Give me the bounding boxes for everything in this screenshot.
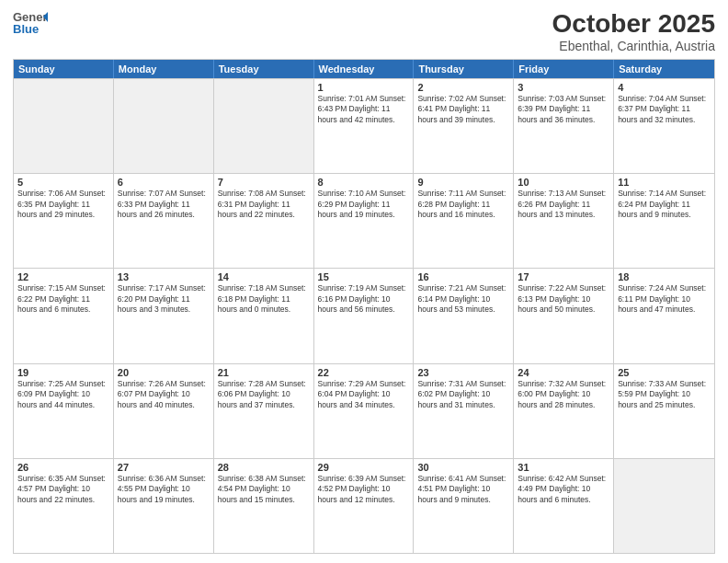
- week-row-2: 12Sunrise: 7:15 AM Sunset: 6:22 PM Dayli…: [14, 268, 714, 362]
- day-number-24: 24: [518, 367, 609, 378]
- day-info-15: Sunrise: 7:19 AM Sunset: 6:16 PM Dayligh…: [318, 283, 410, 315]
- day-info-30: Sunrise: 6:41 AM Sunset: 4:51 PM Dayligh…: [417, 474, 509, 505]
- empty-cell-w0-d2: [214, 79, 314, 173]
- day-number-9: 9: [417, 177, 509, 188]
- day-number-3: 3: [518, 82, 609, 93]
- day-cell-12: 12Sunrise: 7:15 AM Sunset: 6:22 PM Dayli…: [14, 269, 114, 362]
- day-cell-15: 15Sunrise: 7:19 AM Sunset: 6:16 PM Dayli…: [314, 269, 415, 362]
- day-number-22: 22: [318, 367, 410, 378]
- day-number-14: 14: [218, 271, 310, 282]
- calendar: Sunday Monday Tuesday Wednesday Thursday…: [13, 59, 715, 554]
- day-info-23: Sunrise: 7:31 AM Sunset: 6:02 PM Dayligh…: [417, 379, 509, 410]
- day-number-23: 23: [417, 367, 509, 378]
- day-cell-22: 22Sunrise: 7:29 AM Sunset: 6:04 PM Dayli…: [314, 364, 415, 458]
- day-info-25: Sunrise: 7:33 AM Sunset: 5:59 PM Dayligh…: [618, 379, 711, 410]
- day-info-10: Sunrise: 7:13 AM Sunset: 6:26 PM Dayligh…: [518, 189, 609, 220]
- day-number-15: 15: [318, 271, 410, 282]
- header-thursday: Thursday: [414, 60, 514, 78]
- day-number-12: 12: [17, 271, 109, 282]
- day-cell-18: 18Sunrise: 7:24 AM Sunset: 6:11 PM Dayli…: [614, 269, 714, 362]
- week-row-3: 19Sunrise: 7:25 AM Sunset: 6:09 PM Dayli…: [14, 363, 714, 458]
- day-number-17: 17: [518, 271, 609, 282]
- logo: General Blue: [13, 9, 48, 37]
- day-info-9: Sunrise: 7:11 AM Sunset: 6:28 PM Dayligh…: [417, 189, 509, 220]
- day-cell-27: 27Sunrise: 6:36 AM Sunset: 4:55 PM Dayli…: [114, 459, 214, 553]
- day-number-28: 28: [218, 462, 310, 473]
- title-block: October 2025 Ebenthal, Carinthia, Austri…: [552, 9, 715, 53]
- day-cell-23: 23Sunrise: 7:31 AM Sunset: 6:02 PM Dayli…: [414, 364, 514, 458]
- day-info-22: Sunrise: 7:29 AM Sunset: 6:04 PM Dayligh…: [318, 379, 410, 410]
- day-number-29: 29: [318, 462, 410, 473]
- day-number-31: 31: [518, 462, 609, 473]
- day-number-2: 2: [417, 82, 509, 93]
- day-cell-21: 21Sunrise: 7:28 AM Sunset: 6:06 PM Dayli…: [214, 364, 314, 458]
- day-cell-5: 5Sunrise: 7:06 AM Sunset: 6:35 PM Daylig…: [14, 174, 114, 268]
- day-cell-2: 2Sunrise: 7:02 AM Sunset: 6:41 PM Daylig…: [414, 79, 514, 173]
- day-cell-31: 31Sunrise: 6:42 AM Sunset: 4:49 PM Dayli…: [514, 459, 614, 553]
- day-cell-14: 14Sunrise: 7:18 AM Sunset: 6:18 PM Dayli…: [214, 269, 314, 362]
- header: General Blue October 2025 Ebenthal, Cari…: [13, 9, 715, 53]
- day-number-25: 25: [618, 367, 711, 378]
- day-cell-4: 4Sunrise: 7:04 AM Sunset: 6:37 PM Daylig…: [614, 79, 714, 173]
- day-info-2: Sunrise: 7:02 AM Sunset: 6:41 PM Dayligh…: [417, 94, 509, 125]
- day-number-21: 21: [218, 367, 310, 378]
- day-cell-29: 29Sunrise: 6:39 AM Sunset: 4:52 PM Dayli…: [314, 459, 415, 553]
- svg-text:Blue: Blue: [13, 22, 39, 36]
- page: General Blue October 2025 Ebenthal, Cari…: [0, 0, 728, 563]
- calendar-header: Sunday Monday Tuesday Wednesday Thursday…: [14, 60, 714, 78]
- day-info-24: Sunrise: 7:32 AM Sunset: 6:00 PM Dayligh…: [518, 379, 609, 410]
- day-number-16: 16: [417, 271, 509, 282]
- empty-cell-w4-d6: [614, 459, 714, 553]
- day-cell-30: 30Sunrise: 6:41 AM Sunset: 4:51 PM Dayli…: [414, 459, 514, 553]
- day-cell-6: 6Sunrise: 7:07 AM Sunset: 6:33 PM Daylig…: [114, 174, 214, 268]
- day-cell-9: 9Sunrise: 7:11 AM Sunset: 6:28 PM Daylig…: [414, 174, 514, 268]
- day-cell-13: 13Sunrise: 7:17 AM Sunset: 6:20 PM Dayli…: [114, 269, 214, 362]
- day-cell-28: 28Sunrise: 6:38 AM Sunset: 4:54 PM Dayli…: [214, 459, 314, 553]
- day-cell-7: 7Sunrise: 7:08 AM Sunset: 6:31 PM Daylig…: [214, 174, 314, 268]
- day-info-16: Sunrise: 7:21 AM Sunset: 6:14 PM Dayligh…: [417, 283, 509, 315]
- day-number-7: 7: [218, 177, 310, 188]
- day-info-8: Sunrise: 7:10 AM Sunset: 6:29 PM Dayligh…: [318, 189, 410, 220]
- day-info-27: Sunrise: 6:36 AM Sunset: 4:55 PM Dayligh…: [118, 474, 210, 505]
- day-info-19: Sunrise: 7:25 AM Sunset: 6:09 PM Dayligh…: [17, 379, 109, 410]
- day-number-20: 20: [118, 367, 210, 378]
- day-info-28: Sunrise: 6:38 AM Sunset: 4:54 PM Dayligh…: [218, 474, 310, 505]
- calendar-body: 1Sunrise: 7:01 AM Sunset: 6:43 PM Daylig…: [14, 78, 714, 553]
- day-cell-16: 16Sunrise: 7:21 AM Sunset: 6:14 PM Dayli…: [414, 269, 514, 362]
- header-tuesday: Tuesday: [214, 60, 314, 78]
- day-number-13: 13: [118, 271, 210, 282]
- day-number-19: 19: [17, 367, 109, 378]
- day-info-20: Sunrise: 7:26 AM Sunset: 6:07 PM Dayligh…: [118, 379, 210, 410]
- day-info-14: Sunrise: 7:18 AM Sunset: 6:18 PM Dayligh…: [218, 283, 310, 315]
- day-number-27: 27: [118, 462, 210, 473]
- day-number-26: 26: [17, 462, 109, 473]
- day-info-5: Sunrise: 7:06 AM Sunset: 6:35 PM Dayligh…: [17, 189, 109, 220]
- day-cell-10: 10Sunrise: 7:13 AM Sunset: 6:26 PM Dayli…: [514, 174, 614, 268]
- day-info-31: Sunrise: 6:42 AM Sunset: 4:49 PM Dayligh…: [518, 474, 609, 505]
- day-number-4: 4: [618, 82, 711, 93]
- month-title: October 2025: [552, 9, 715, 39]
- header-friday: Friday: [514, 60, 614, 78]
- day-cell-11: 11Sunrise: 7:14 AM Sunset: 6:24 PM Dayli…: [614, 174, 714, 268]
- day-cell-20: 20Sunrise: 7:26 AM Sunset: 6:07 PM Dayli…: [114, 364, 214, 458]
- empty-cell-w0-d1: [114, 79, 214, 173]
- day-info-13: Sunrise: 7:17 AM Sunset: 6:20 PM Dayligh…: [118, 283, 210, 315]
- day-info-6: Sunrise: 7:07 AM Sunset: 6:33 PM Dayligh…: [118, 189, 210, 220]
- day-number-10: 10: [518, 177, 609, 188]
- day-number-18: 18: [618, 271, 711, 282]
- day-cell-25: 25Sunrise: 7:33 AM Sunset: 5:59 PM Dayli…: [614, 364, 714, 458]
- day-number-11: 11: [618, 177, 711, 188]
- day-info-18: Sunrise: 7:24 AM Sunset: 6:11 PM Dayligh…: [618, 283, 711, 315]
- logo-icon: General Blue: [13, 9, 48, 37]
- day-cell-17: 17Sunrise: 7:22 AM Sunset: 6:13 PM Dayli…: [514, 269, 614, 362]
- day-info-11: Sunrise: 7:14 AM Sunset: 6:24 PM Dayligh…: [618, 189, 711, 220]
- week-row-0: 1Sunrise: 7:01 AM Sunset: 6:43 PM Daylig…: [14, 78, 714, 173]
- location-subtitle: Ebenthal, Carinthia, Austria: [552, 39, 715, 53]
- day-cell-3: 3Sunrise: 7:03 AM Sunset: 6:39 PM Daylig…: [514, 79, 614, 173]
- day-info-7: Sunrise: 7:08 AM Sunset: 6:31 PM Dayligh…: [218, 189, 310, 220]
- header-sunday: Sunday: [14, 60, 114, 78]
- header-monday: Monday: [114, 60, 214, 78]
- header-saturday: Saturday: [614, 60, 714, 78]
- day-cell-1: 1Sunrise: 7:01 AM Sunset: 6:43 PM Daylig…: [314, 79, 415, 173]
- day-number-30: 30: [417, 462, 509, 473]
